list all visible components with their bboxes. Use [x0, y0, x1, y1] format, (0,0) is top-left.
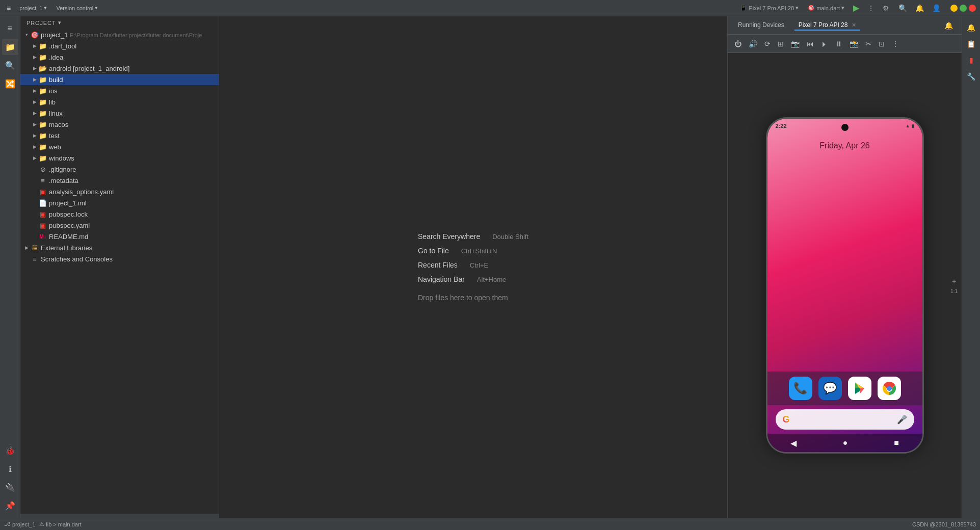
project-dropdown-icon: ▾ — [44, 5, 47, 11]
activity-icon-info[interactable]: ℹ — [2, 461, 18, 477]
tree-icon-gitignore: ⊘ — [39, 165, 47, 173]
breadcrumb-item[interactable]: ⚠ lib > main.dart — [39, 521, 81, 527]
tree-item-pubspec-yaml[interactable]: ▣ pubspec.yaml — [20, 220, 219, 231]
tree-item-gitignore[interactable]: ⊘ .gitignore — [20, 164, 219, 175]
running-devices-tab[interactable]: Running Devices — [734, 20, 788, 31]
play-pause-button[interactable]: ⏵ — [818, 38, 831, 49]
resize-button[interactable]: ⊡ — [876, 38, 887, 49]
maximize-button[interactable] — [960, 5, 967, 12]
phone-notch — [841, 124, 849, 131]
run-file-button[interactable]: 🎯 main.dart ▾ — [805, 4, 847, 12]
tree-item-external-libs[interactable]: ▶ 🏛 External Libraries — [20, 242, 219, 253]
window-controls — [950, 5, 976, 12]
right-icon-notifications[interactable]: 🔔 — [964, 20, 978, 35]
tree-item-metadata[interactable]: ≡ .metadata — [20, 175, 219, 186]
tree-item-linux[interactable]: ▶ 📁 linux — [20, 108, 219, 119]
fold-button[interactable]: ⊞ — [775, 38, 786, 49]
crop-button[interactable]: ✂ — [863, 38, 874, 49]
rotate-button[interactable]: ⟳ — [762, 38, 773, 49]
phone-search-bar[interactable]: G 🎤 — [776, 409, 914, 430]
dock-messages-icon[interactable]: 💬 — [818, 377, 842, 400]
version-control-button[interactable]: Version control ▾ — [53, 4, 101, 12]
activity-icon-files[interactable]: 📁 — [2, 39, 18, 55]
tree-item-dart-tool[interactable]: ▶ 📁 .dart_tool — [20, 40, 219, 51]
project-dropdown-button[interactable]: project_1 ▾ — [16, 4, 50, 12]
tree-item-test[interactable]: ▶ 📁 test — [20, 130, 219, 141]
tree-item-android[interactable]: ▶ 📂 android [project_1_android] — [20, 63, 219, 74]
dock-chrome-icon[interactable] — [878, 377, 901, 400]
activity-icon-git-pin[interactable]: 📌 — [2, 497, 18, 514]
close-button[interactable] — [969, 5, 976, 12]
notifications-button[interactable]: 🔔 — [913, 3, 926, 13]
tab-close-icon[interactable]: ✕ — [852, 22, 856, 28]
dock-play-store-icon[interactable] — [848, 377, 871, 400]
tree-item-project-iml[interactable]: 📄 project_1.iml — [20, 197, 219, 208]
tree-item-readme[interactable]: M↓ README.md — [20, 231, 219, 242]
tree-item-scratches[interactable]: ≡ Scratches and Consoles — [20, 253, 219, 264]
zoom-in-button[interactable]: + — [952, 277, 956, 285]
tree-arrow-lib: ▶ — [31, 98, 39, 106]
tree-label-metadata: .metadata — [49, 177, 219, 184]
device-target-button[interactable]: 📱 Pixel 7 Pro API 28 ▾ — [737, 4, 802, 12]
recents-nav-button[interactable]: ■ — [894, 438, 899, 447]
go-to-file-shortcut: Ctrl+Shift+N — [461, 247, 497, 255]
right-icon-gradle[interactable]: 🔧 — [964, 69, 978, 84]
back-nav-button[interactable]: ◀ — [790, 438, 797, 448]
search-icon-button[interactable]: 🔍 — [896, 3, 910, 13]
search-everywhere-shortcut: Double Shift — [492, 233, 528, 241]
right-sidebar: 🔔 📋 ▮ 🔧 — [962, 16, 980, 518]
sidebar-header[interactable]: Project ▾ — [20, 16, 219, 29]
activity-icon-plugins[interactable]: 🔌 — [2, 479, 18, 495]
screenshot-button[interactable]: 📷 — [788, 38, 802, 49]
tree-item-idea[interactable]: ▶ 📁 .idea — [20, 51, 219, 63]
git-branch-item[interactable]: ⎇ project_1 — [4, 521, 35, 527]
volume-button[interactable]: 🔊 — [746, 38, 760, 49]
notifications-bell-icon[interactable]: 🔔 — [942, 20, 956, 31]
rewind-button[interactable]: ⏮ — [804, 38, 816, 49]
home-nav-button[interactable]: ● — [843, 438, 848, 447]
dock-phone-icon[interactable]: 📞 — [789, 377, 812, 400]
tree-icon-folder-windows: 📁 — [39, 154, 47, 162]
tree-item-build[interactable]: ▶ 📁 build — [20, 74, 219, 85]
tree-item-macos[interactable]: ▶ 📁 macos — [20, 119, 219, 130]
more-button[interactable]: ⋮ — [889, 38, 902, 49]
tree-item-web[interactable]: ▶ 📁 web — [20, 141, 219, 152]
stop-button[interactable]: ⋮ — [865, 3, 877, 13]
tree-item-lib[interactable]: ▶ 📁 lib — [20, 96, 219, 108]
pixel-7-tab[interactable]: Pixel 7 Pro API 28 ✕ — [794, 20, 860, 31]
hint-row-recent: Recent Files Ctrl+E — [418, 261, 488, 269]
tree-item-ios[interactable]: ▶ 📁 ios — [20, 85, 219, 96]
git-branch-icon: ⎇ — [4, 521, 11, 527]
activity-icon-debug[interactable]: 🐞 — [2, 442, 18, 459]
profile-button[interactable]: 👤 — [930, 3, 943, 13]
tree-label-pubspec-yaml: pubspec.yaml — [49, 222, 219, 229]
tree-label-project-iml: project_1.iml — [49, 199, 219, 207]
mic-icon: 🎤 — [897, 415, 907, 425]
tree-icon-folder-web: 📁 — [39, 143, 47, 151]
run-button[interactable]: ▶ — [851, 2, 862, 14]
slow-motion-button[interactable]: ⏸ — [833, 38, 845, 49]
wifi-icon: ▲ — [906, 123, 910, 128]
activity-icon-vcs[interactable]: 🔀 — [2, 75, 18, 92]
camera-button[interactable]: 📸 — [847, 38, 861, 49]
tree-item-windows[interactable]: ▶ 📁 windows — [20, 152, 219, 164]
project-name-label: project_1 — [19, 5, 42, 11]
tree-label-analysis-options: analysis_options.yaml — [49, 188, 219, 196]
right-icon-alert[interactable]: ▮ — [964, 53, 978, 67]
hamburger-menu-button[interactable]: ≡ — [4, 3, 13, 13]
titlebar-left: ≡ project_1 ▾ Version control ▾ 📱 Pixel … — [4, 2, 892, 14]
power-button[interactable]: ⏻ — [732, 38, 744, 49]
pixel-7-tab-label: Pixel 7 Pro API 28 — [799, 21, 848, 29]
titlebar-right: 🔍 🔔 👤 — [896, 3, 976, 13]
tree-label-gitignore: .gitignore — [49, 166, 219, 173]
tree-item-project-root[interactable]: ▾ 🎯 project_1 E:\Program Data\flutter pr… — [20, 29, 219, 40]
tree-label-web: web — [49, 143, 219, 151]
right-icon-structure[interactable]: 📋 — [964, 37, 978, 51]
tree-item-analysis-options[interactable]: ▣ analysis_options.yaml — [20, 186, 219, 197]
minimize-button[interactable] — [950, 5, 958, 12]
sidebar-scrollbar[interactable] — [20, 514, 219, 518]
settings-cog-button[interactable]: ⚙ — [880, 3, 892, 13]
activity-icon-menu[interactable]: ≡ — [2, 20, 18, 37]
tree-item-pubspec-lock[interactable]: ▣ pubspec.lock — [20, 208, 219, 220]
activity-icon-search[interactable]: 🔍 — [2, 57, 18, 73]
